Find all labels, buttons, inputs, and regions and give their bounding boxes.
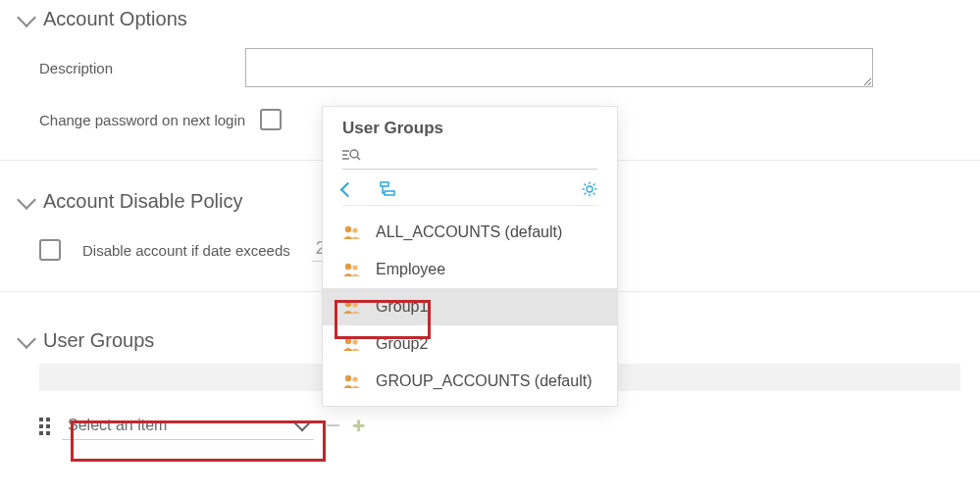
user-groups-popup: User Groups bbox=[322, 106, 618, 407]
remove-button[interactable]: − bbox=[326, 411, 340, 441]
search-icon bbox=[342, 148, 362, 162]
svg-line-4 bbox=[357, 157, 360, 160]
section-title: User Groups bbox=[43, 329, 154, 352]
popup-item-label: GROUP_ACCOUNTS (default) bbox=[376, 372, 593, 390]
user-group-icon bbox=[342, 262, 362, 277]
svg-rect-5 bbox=[381, 182, 388, 186]
user-group-icon bbox=[342, 336, 362, 352]
svg-point-3 bbox=[350, 150, 358, 158]
svg-point-17 bbox=[352, 227, 357, 232]
chevron-down-icon bbox=[17, 329, 36, 349]
change-password-label: Change password on next login bbox=[39, 112, 245, 128]
add-button[interactable]: + bbox=[352, 414, 365, 439]
section-header-account-options[interactable]: Account Options bbox=[0, 0, 980, 36]
user-group-icon bbox=[342, 373, 362, 389]
svg-line-12 bbox=[585, 184, 587, 186]
drag-handle-icon[interactable] bbox=[39, 418, 50, 435]
popup-item[interactable]: Group2 bbox=[323, 325, 617, 363]
svg-line-13 bbox=[593, 193, 595, 195]
popup-item[interactable]: Employee bbox=[323, 251, 617, 288]
popup-item-label: Employee bbox=[376, 261, 445, 278]
svg-point-18 bbox=[345, 264, 351, 270]
hierarchy-icon[interactable] bbox=[379, 181, 396, 197]
description-input[interactable] bbox=[245, 48, 873, 87]
svg-point-7 bbox=[587, 186, 593, 192]
chevron-down-icon bbox=[17, 8, 36, 27]
chevron-down-icon bbox=[294, 416, 311, 432]
svg-point-20 bbox=[345, 301, 351, 307]
popup-item-label: ALL_ACCOUNTS (default) bbox=[376, 223, 562, 241]
change-password-checkbox[interactable] bbox=[260, 109, 282, 130]
back-button[interactable] bbox=[340, 181, 356, 197]
svg-point-23 bbox=[352, 339, 357, 344]
user-group-icon bbox=[342, 299, 362, 315]
popup-item[interactable]: GROUP_ACCOUNTS (default) bbox=[323, 363, 617, 400]
gear-icon[interactable] bbox=[582, 181, 597, 197]
popup-item-label: Group1 bbox=[376, 298, 428, 316]
description-label: Description bbox=[39, 60, 245, 76]
user-groups-select[interactable]: Select an item bbox=[62, 412, 314, 440]
svg-rect-6 bbox=[385, 191, 394, 195]
section-title: Account Disable Policy bbox=[43, 190, 242, 213]
popup-item[interactable]: Group1 bbox=[323, 288, 617, 325]
svg-point-19 bbox=[352, 265, 357, 270]
disable-account-checkbox[interactable] bbox=[39, 239, 61, 261]
popup-title: User Groups bbox=[323, 107, 617, 142]
chevron-down-icon bbox=[17, 190, 36, 210]
svg-line-14 bbox=[593, 184, 595, 186]
popup-search[interactable] bbox=[342, 148, 597, 170]
popup-item[interactable]: ALL_ACCOUNTS (default) bbox=[323, 214, 617, 251]
disable-account-label: Disable account if date exceeds bbox=[82, 242, 290, 259]
select-placeholder: Select an item bbox=[68, 417, 167, 434]
svg-point-24 bbox=[345, 375, 351, 381]
section-title: Account Options bbox=[43, 8, 187, 30]
user-group-icon bbox=[342, 224, 362, 240]
svg-point-16 bbox=[345, 226, 351, 232]
popup-item-label: Group2 bbox=[376, 335, 428, 353]
svg-point-22 bbox=[345, 338, 351, 344]
svg-point-21 bbox=[352, 302, 357, 307]
svg-line-15 bbox=[585, 193, 587, 195]
svg-point-25 bbox=[352, 376, 357, 381]
